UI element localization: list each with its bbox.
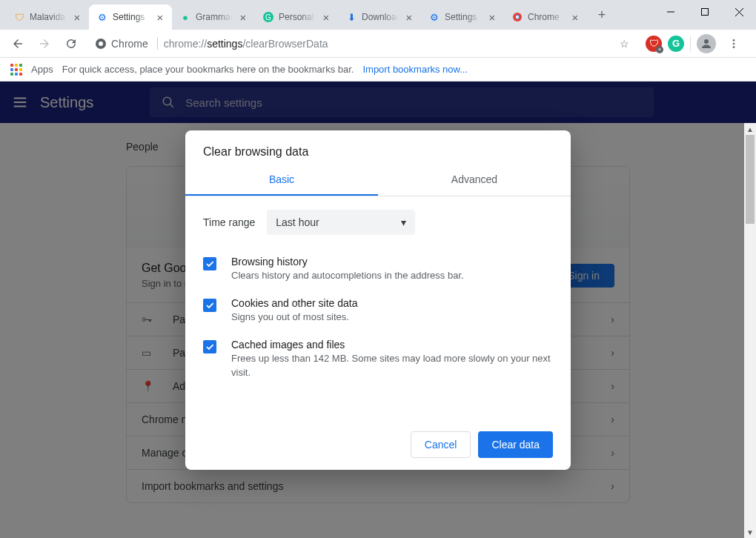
option-desc: Frees up less than 142 MB. Some sites ma… [231,352,553,379]
chrome-label: Chrome [111,38,148,50]
close-icon[interactable]: × [237,11,249,23]
bookmarks-hint: For quick access, place your bookmarks h… [62,64,354,75]
cancel-button[interactable]: Cancel [411,431,471,458]
toolbar-actions: 🛡× G [641,32,750,56]
svg-text:G: G [265,13,271,21]
option-desc: Clears history and autocompletions in th… [231,269,464,282]
time-range-row: Time range Last hour ▾ [185,196,571,248]
reload-button[interactable] [59,32,83,56]
extension-grammarly-icon[interactable]: G [668,36,684,52]
url-display: chrome://settings/clearBrowserData [164,38,328,50]
tab-advanced[interactable]: Advanced [378,165,571,196]
dialog-tabs: Basic Advanced [185,165,571,196]
tab-label: Malavida [30,12,67,22]
option-cache[interactable]: Cached images and files Frees up less th… [185,331,571,386]
svg-point-10 [99,41,103,46]
select-value: Last hour [276,216,319,228]
tab-5[interactable]: ⚙ Settings × [421,4,504,30]
tab-2[interactable]: ● Grammarly × [172,4,255,30]
window-titlebar: 🛡 Malavida × ⚙ Settings × ● Grammarly × … [0,0,756,30]
option-title: Cached images and files [231,339,553,351]
tab-4[interactable]: ⬇ Downloads × [338,4,421,30]
close-icon[interactable]: × [569,11,581,23]
scroll-thumb[interactable] [746,135,755,224]
tab-basic[interactable]: Basic [185,165,378,196]
checkbox-checked[interactable] [203,257,216,270]
close-icon[interactable]: × [403,11,415,23]
gear-icon: ⚙ [96,11,108,23]
time-range-label: Time range [203,216,255,228]
gear-icon: ⚙ [428,11,440,23]
bookmark-star-icon[interactable]: ☆ [620,38,629,50]
window-controls [654,0,756,30]
dialog-title: Clear browsing data [185,130,571,165]
new-tab-button[interactable]: + [591,4,612,25]
tab-3[interactable]: G Personal × [255,4,338,30]
close-icon[interactable]: × [486,11,498,23]
svg-point-11 [704,39,709,44]
apps-label[interactable]: Apps [31,64,53,75]
maximize-button[interactable] [688,0,722,24]
tab-label: Grammarly [196,12,233,22]
tab-label: Settings [445,12,482,22]
close-icon[interactable]: × [71,11,83,23]
checkbox-checked[interactable] [203,340,216,353]
chrome-icon [511,11,523,23]
extension-adblock-icon[interactable]: 🛡× [646,36,662,52]
option-title: Cookies and other site data [231,297,357,309]
minimize-button[interactable] [654,0,688,24]
forward-button[interactable] [33,32,56,56]
shield-icon: 🛡 [13,11,25,23]
chevron-down-icon: ▾ [401,216,406,228]
download-icon: ⬇ [345,11,357,23]
profile-button[interactable] [697,34,716,53]
tab-6[interactable]: Chrome × [504,4,587,30]
option-title: Browsing history [231,256,464,268]
clear-data-button[interactable]: Clear data [478,431,553,458]
vertical-scrollbar[interactable]: ▲ ▼ [744,123,756,538]
svg-point-14 [733,46,735,48]
svg-rect-6 [702,9,709,16]
bookmarks-bar: Apps For quick access, place your bookma… [0,58,756,82]
scroll-up-icon[interactable]: ▲ [744,123,756,135]
tab-1[interactable]: ⚙ Settings × [89,4,172,30]
checkbox-checked[interactable] [203,299,216,312]
tab-strip: 🛡 Malavida × ⚙ Settings × ● Grammarly × … [0,0,612,30]
option-desc: Signs you out of most sites. [231,310,357,324]
svg-point-13 [733,42,735,44]
grammarly-icon: ● [179,11,191,23]
import-bookmarks-link[interactable]: Import bookmarks now... [362,64,468,75]
option-browsing-history[interactable]: Browsing history Clears history and auto… [185,248,571,290]
browser-toolbar: Chrome chrome://settings/clearBrowserDat… [0,30,756,58]
scroll-down-icon[interactable]: ▼ [744,526,756,538]
chrome-icon [95,38,107,50]
option-cookies[interactable]: Cookies and other site data Signs you ou… [185,290,571,331]
divider [690,36,691,51]
tab-label: Chrome [528,12,565,22]
menu-button[interactable] [722,32,746,56]
omnibox[interactable]: Chrome chrome://settings/clearBrowserDat… [86,33,638,55]
grammarly-icon: G [262,11,274,23]
dialog-actions: Cancel Clear data [185,431,571,458]
close-icon[interactable]: × [154,11,166,23]
close-icon[interactable]: × [320,11,332,23]
svg-point-12 [733,39,735,41]
tab-label: Settings [113,12,150,22]
tab-0[interactable]: 🛡 Malavida × [6,4,89,30]
close-window-button[interactable] [722,0,756,24]
apps-icon[interactable] [10,64,22,76]
time-range-select[interactable]: Last hour ▾ [267,210,415,235]
tab-label: Personal [279,12,316,22]
tab-label: Downloads [362,12,399,22]
svg-point-4 [516,16,519,19]
chrome-badge: Chrome [95,38,158,50]
back-button[interactable] [6,32,30,56]
clear-browsing-data-dialog: Clear browsing data Basic Advanced Time … [185,130,571,470]
